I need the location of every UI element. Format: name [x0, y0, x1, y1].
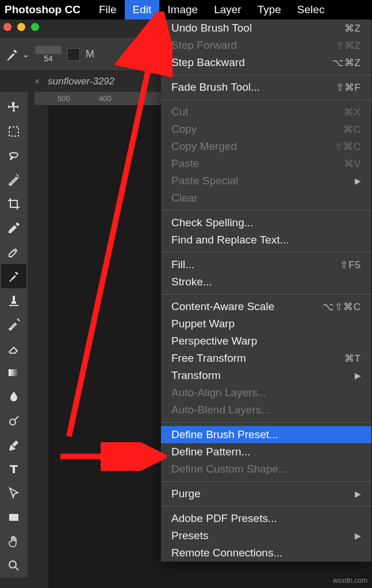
menu-item-label: Auto-Blend Layers...	[171, 404, 270, 416]
tool-healing[interactable]	[1, 240, 26, 264]
tool-move[interactable]	[1, 95, 26, 119]
close-tab-icon[interactable]: ×	[34, 76, 40, 87]
menu-item-label: Copy Merged	[171, 140, 237, 153]
close-window-icon[interactable]	[3, 23, 11, 31]
tool-rectangle[interactable]	[1, 505, 26, 529]
tool-lasso[interactable]	[1, 144, 26, 168]
menu-item-paste-special: Paste Special▶	[161, 172, 371, 189]
menu-item-label: Auto-Align Layers...	[171, 386, 267, 399]
menu-item-purge[interactable]: Purge▶	[161, 485, 371, 502]
svg-rect-3	[9, 514, 18, 521]
menu-item-label: Adobe PDF Presets...	[171, 512, 277, 525]
brush-preset-picker[interactable]: 54	[35, 46, 62, 63]
brush-icon	[7, 269, 21, 283]
tool-hand[interactable]	[1, 529, 26, 554]
menu-item-perspective-warp[interactable]: Perspective Warp	[161, 332, 371, 350]
menu-select[interactable]: Selec	[289, 0, 333, 20]
submenu-arrow-icon: ▶	[355, 176, 361, 185]
menu-item-fade-brush-tool[interactable]: Fade Brush Tool...⇧⌘F	[161, 79, 371, 96]
tool-gradient[interactable]	[1, 361, 26, 385]
brush-panel-toggle[interactable]	[67, 48, 80, 61]
zoom-window-icon[interactable]	[31, 23, 39, 31]
tool-dodge[interactable]	[1, 409, 26, 433]
menu-item-puppet-warp[interactable]: Puppet Warp	[161, 315, 371, 332]
menu-item-check-spelling[interactable]: Check Spelling...	[161, 214, 371, 231]
tool-stamp[interactable]	[1, 288, 26, 312]
menu-item-remote-connections[interactable]: Remote Connections...	[161, 544, 371, 562]
menu-item-label: Step Backward	[171, 56, 245, 69]
tool-type[interactable]	[1, 457, 26, 481]
tool-brush[interactable]	[1, 264, 26, 288]
menu-item-transform[interactable]: Transform▶	[161, 367, 371, 384]
menu-item-shortcut: ⌘Z	[344, 22, 361, 34]
minimize-window-icon[interactable]	[17, 23, 25, 31]
menu-image[interactable]: Image	[159, 0, 206, 20]
svg-rect-0	[9, 127, 18, 136]
menu-item-shortcut: ⌘X	[344, 106, 361, 118]
dodge-icon	[7, 414, 21, 428]
menu-item-label: Step Forward	[171, 39, 237, 52]
menu-file[interactable]: File	[91, 0, 125, 20]
menu-item-label: Fill...	[171, 258, 194, 271]
document-tab[interactable]: × sunflower-3292	[34, 71, 114, 92]
menu-item-shortcut: ⌥⇧⌘C	[323, 301, 361, 313]
menu-item-label: Cut	[171, 106, 189, 118]
menu-item-undo-brush-tool[interactable]: Undo Brush Tool⌘Z	[161, 20, 371, 37]
menu-item-step-forward: Step Forward⇧⌘Z	[161, 37, 371, 54]
menu-item-define-pattern[interactable]: Define Pattern...	[161, 443, 371, 461]
menu-item-label: Paste Special	[171, 175, 238, 187]
tool-preset-picker[interactable]: ⌄	[5, 47, 29, 62]
zoom-icon	[7, 559, 21, 572]
tool-crop[interactable]	[1, 192, 26, 216]
brush-size-value: 54	[44, 54, 53, 63]
menu-item-define-brush-preset[interactable]: Define Brush Preset...	[161, 426, 371, 443]
menu-item-label: Define Custom Shape...	[171, 463, 287, 475]
tools-panel	[0, 92, 28, 578]
menu-item-shortcut: ⌘V	[344, 158, 361, 170]
tool-wand[interactable]	[1, 168, 26, 192]
tool-history-brush[interactable]	[1, 312, 26, 336]
menu-item-label: Copy	[171, 123, 197, 136]
menu-item-label: Define Pattern...	[171, 446, 250, 458]
eyedropper-icon	[7, 221, 21, 235]
menu-edit[interactable]: Edit	[125, 0, 160, 20]
menu-item-label: Perspective Warp	[171, 335, 257, 347]
menu-item-fill[interactable]: Fill...⇧F5	[161, 256, 371, 273]
menu-item-shortcut: ⇧⌘C	[335, 141, 361, 153]
tool-blur[interactable]	[1, 385, 26, 409]
menu-item-adobe-pdf-presets[interactable]: Adobe PDF Presets...	[161, 510, 371, 527]
menu-item-label: Define Brush Preset...	[171, 428, 278, 441]
menu-item-label: Check Spelling...	[171, 216, 254, 229]
window-controls	[3, 23, 39, 31]
menu-separator	[161, 506, 371, 506]
tool-eraser[interactable]	[1, 336, 26, 361]
menu-item-step-backward[interactable]: Step Backward⌥⌘Z	[161, 54, 371, 71]
marquee-icon	[7, 125, 21, 138]
menu-item-shortcut: ⇧⌘Z	[336, 40, 361, 52]
menubar: Photoshop CC File Edit Image Layer Type …	[0, 0, 372, 20]
menu-layer[interactable]: Layer	[206, 0, 250, 20]
menu-item-presets[interactable]: Presets▶	[161, 527, 371, 544]
menu-item-label: Presets	[171, 529, 208, 542]
menu-item-label: Undo Brush Tool	[171, 22, 252, 34]
tool-pen[interactable]	[1, 433, 26, 457]
tool-marquee[interactable]	[1, 119, 26, 144]
tool-eyedropper[interactable]	[1, 216, 26, 240]
menu-item-content-aware-scale[interactable]: Content-Aware Scale⌥⇧⌘C	[161, 298, 371, 315]
menu-item-find-and-replace-text[interactable]: Find and Replace Text...	[161, 231, 371, 249]
menu-item-free-transform[interactable]: Free Transform⌘T	[161, 350, 371, 367]
edit-menu-dropdown: Undo Brush Tool⌘ZStep Forward⇧⌘ZStep Bac…	[161, 20, 371, 562]
svg-point-4	[9, 561, 16, 568]
menu-separator	[161, 422, 371, 423]
menu-item-stroke[interactable]: Stroke...	[161, 273, 371, 291]
brush-icon	[5, 47, 20, 62]
menu-item-auto-align-layers: Auto-Align Layers...	[161, 384, 371, 401]
menu-type[interactable]: Type	[250, 0, 289, 20]
app-name: Photoshop CC	[5, 3, 80, 16]
lasso-icon	[7, 149, 21, 163]
menu-item-label: Stroke...	[171, 276, 212, 288]
tool-path-select[interactable]	[1, 481, 26, 505]
tool-zoom[interactable]	[1, 554, 26, 578]
crop-icon	[7, 197, 21, 211]
svg-point-2	[10, 419, 16, 425]
